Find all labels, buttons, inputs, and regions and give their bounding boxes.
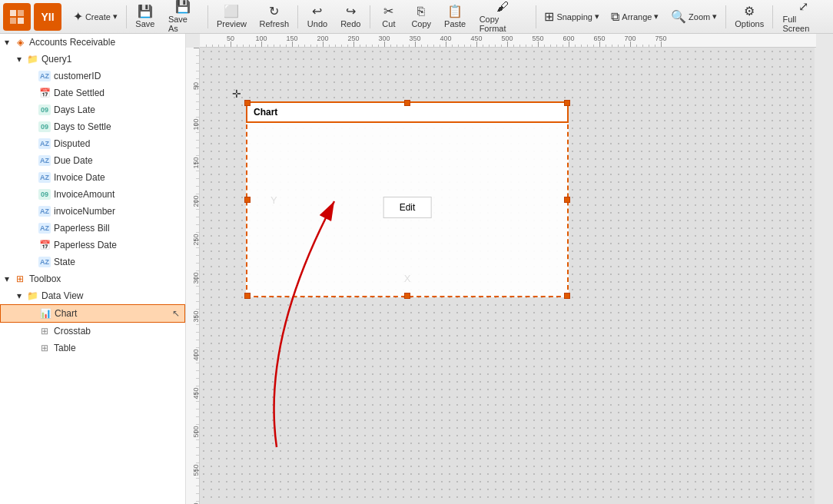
handle-top-mid[interactable]: [404, 100, 410, 106]
sep4: [370, 5, 370, 28]
create-button[interactable]: ✦ Create ▾: [68, 2, 123, 32]
tree-item-state[interactable]: AZState: [0, 254, 185, 270]
ruler-vertical: [186, 48, 200, 504]
sep5: [536, 5, 536, 28]
copy-format-icon: 🖌: [496, 1, 509, 13]
tree-item-customerID[interactable]: AZcustomerID: [0, 68, 185, 85]
chevron-down-icon3: ▾: [654, 12, 659, 22]
sep6: [725, 5, 726, 28]
handle-bot-right[interactable]: [564, 293, 570, 299]
chart-x-label: X: [404, 273, 411, 284]
snapping-button[interactable]: ⊞ Snapping ▾: [539, 2, 605, 32]
refresh-icon: ↻: [269, 5, 279, 18]
canvas[interactable]: Chart Y X Edit: [200, 48, 815, 504]
create-icon: ✦: [73, 11, 83, 23]
fullscreen-icon: ⤢: [798, 1, 808, 13]
sep1: [126, 5, 127, 28]
redo-icon: ↪: [346, 5, 356, 18]
handle-top-right[interactable]: [564, 100, 570, 106]
tree-item-chart[interactable]: 📊Chart↖: [0, 304, 185, 323]
tree-item-invoice-amount[interactable]: 09InvoiceAmount: [0, 186, 185, 203]
sep3: [297, 5, 298, 28]
snapping-icon: ⊞: [544, 11, 554, 23]
handle-top-left[interactable]: [244, 100, 251, 106]
brand-logo: YII: [34, 3, 61, 31]
svg-rect-3: [18, 18, 24, 24]
options-button[interactable]: ⚙ Options: [729, 2, 769, 32]
tree-item-invoice-date[interactable]: AZInvoice Date: [0, 169, 185, 186]
paste-button[interactable]: 📋 Paste: [439, 2, 472, 32]
svg-rect-0: [10, 10, 16, 16]
copy-button[interactable]: ⎘ Copy: [406, 2, 437, 32]
chevron-down-icon: ▾: [113, 12, 118, 22]
tree-item-data-view[interactable]: ▾📁Data View: [0, 287, 185, 304]
chart-widget[interactable]: Chart Y X Edit: [246, 101, 569, 297]
save-as-icon: 💾: [175, 1, 191, 13]
copy-icon: ⎘: [417, 5, 425, 18]
tree-item-query1[interactable]: ▾📁Query1: [0, 51, 185, 68]
arrange-icon: ⧉: [611, 11, 619, 23]
sep7: [772, 5, 773, 28]
refresh-button[interactable]: ↻ Refresh: [254, 2, 294, 32]
tree-item-table[interactable]: ⊞Table: [0, 340, 185, 356]
handle-mid-right[interactable]: [564, 197, 570, 203]
tree-item-due-date[interactable]: AZDue Date: [0, 152, 185, 169]
left-panel: ▾◈Accounts Receivable▾📁Query1AZcustomerI…: [0, 34, 186, 504]
svg-rect-1: [18, 10, 24, 16]
zoom-button[interactable]: 🔍 Zoom ▾: [665, 2, 722, 32]
handle-bot-left[interactable]: [244, 293, 251, 299]
fullscreen-button[interactable]: ⤢ Full Screen: [776, 2, 829, 32]
copy-format-button[interactable]: 🖌 Copy Format: [473, 2, 533, 32]
undo-button[interactable]: ↩ Undo: [301, 2, 333, 32]
tree-item-days-to-settle[interactable]: 09Days to Settle: [0, 118, 185, 135]
toolbar: YII ✦ Create ▾ 💾 Save 💾 Save As ⬜ Previe…: [0, 0, 833, 34]
options-icon: ⚙: [744, 5, 755, 18]
preview-icon: ⬜: [224, 5, 239, 18]
svg-rect-2: [10, 18, 16, 24]
ruler-horizontal: [200, 34, 816, 48]
paste-icon: 📋: [447, 5, 463, 18]
save-icon: 💾: [138, 5, 153, 18]
main-layout: ▾◈Accounts Receivable▾📁Query1AZcustomerI…: [0, 34, 833, 504]
handle-mid-left[interactable]: [244, 197, 251, 203]
tree-item-toolbox[interactable]: ▾⊞Toolbox: [0, 270, 185, 287]
chevron-down-icon2: ▾: [595, 12, 599, 22]
sep2: [207, 5, 208, 28]
cursor-indicator: ↖: [172, 308, 180, 319]
tree-item-days-late[interactable]: 09Days Late: [0, 101, 185, 118]
tree-item-date-settled[interactable]: 📅Date Settled: [0, 85, 185, 101]
move-cursor-icon: ✛: [232, 88, 241, 100]
cut-button[interactable]: ✂ Cut: [373, 2, 404, 32]
chart-y-label: Y: [270, 194, 277, 205]
chart-title: Chart: [254, 107, 277, 118]
save-button[interactable]: 💾 Save: [130, 2, 161, 32]
tree-item-crosstab[interactable]: ⊞Crosstab: [0, 323, 185, 340]
zoom-icon: 🔍: [671, 11, 686, 23]
redo-button[interactable]: ↪ Redo: [335, 2, 367, 32]
tree-item-disputed[interactable]: AZDisputed: [0, 135, 185, 152]
canvas-area[interactable]: Chart Y X Edit: [186, 34, 833, 504]
tree-item-invoice-number[interactable]: AZinvoiceNumber: [0, 203, 185, 220]
cut-icon: ✂: [383, 5, 393, 18]
arrange-button[interactable]: ⧉ Arrange ▾: [606, 2, 665, 32]
undo-icon: ↩: [312, 5, 322, 18]
tree-item-accounts-receivable[interactable]: ▾◈Accounts Receivable: [0, 34, 185, 51]
app-logo: [3, 3, 31, 31]
save-as-button[interactable]: 💾 Save As: [162, 2, 204, 32]
preview-button[interactable]: ⬜ Preview: [211, 2, 253, 32]
chart-edit-button[interactable]: Edit: [383, 197, 432, 218]
tree-item-paperless-bill[interactable]: AZPaperless Bill: [0, 220, 185, 237]
tree-container: ▾◈Accounts Receivable▾📁Query1AZcustomerI…: [0, 34, 185, 356]
tree-item-paperless-date[interactable]: 📅Paperless Date: [0, 237, 185, 254]
handle-bot-mid[interactable]: [404, 293, 410, 299]
chevron-down-icon4: ▾: [712, 12, 717, 22]
